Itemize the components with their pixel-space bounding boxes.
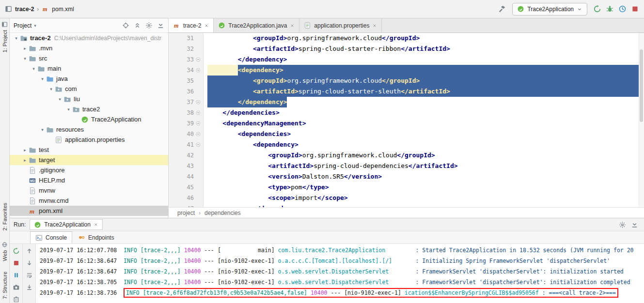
stop-icon[interactable]	[13, 259, 20, 267]
breadcrumb-item-trace-2[interactable]: trace-2	[15, 6, 34, 13]
code-line-42[interactable]: <groupId>org.springframework.cloud</grou…	[207, 150, 644, 161]
code-line-34[interactable]: <dependency>	[207, 65, 644, 76]
hammer-icon[interactable]	[498, 5, 506, 13]
tree-item-resources[interactable]: ▾resources	[10, 124, 168, 135]
editor-tab-trace2application-java[interactable]: Trace2Application.java	[214, 18, 299, 32]
fold-marker-icon[interactable]	[194, 65, 203, 76]
xml-breadcrumb-dependencies[interactable]: dependencies	[204, 210, 241, 216]
chevron-down-icon[interactable]: ▾	[56, 97, 63, 102]
tree-item-help-md[interactable]: MDHELP.md	[10, 175, 168, 185]
tree-item-external-libraries[interactable]: ▸External Libraries	[10, 216, 168, 218]
code-line-39[interactable]: <dependencyManagement>	[207, 118, 644, 129]
tree-item-main[interactable]: ▾main	[10, 63, 168, 74]
tree-item-trace-2[interactable]: ▾trace-2C:\Users\admin\IdeaProjects\mave…	[10, 33, 168, 43]
fold-marker-icon[interactable]	[195, 99, 201, 105]
tree-item-trace2[interactable]: ▾trace2	[10, 104, 168, 114]
tree-item-gitignore[interactable]: .gitignore	[10, 165, 168, 175]
settings-icon[interactable]	[145, 22, 153, 29]
console-output[interactable]: 2019-07-17 16:12:07.708 INFO [trace-2,,,…	[36, 244, 644, 303]
close-icon[interactable]	[94, 222, 98, 227]
fold-marker-icon[interactable]	[195, 131, 201, 137]
editor-tab-trace-2[interactable]: mtrace-2	[169, 18, 214, 32]
tree-item-src[interactable]: ▾src	[10, 53, 168, 63]
run-view-tab-endpoints[interactable]: Endpoints	[73, 231, 119, 243]
code-line-38[interactable]: </dependencies>	[207, 107, 644, 118]
fold-marker-icon[interactable]	[194, 118, 203, 129]
code-line-31[interactable]: <groupId>org.springframework.cloud</grou…	[207, 33, 644, 44]
editor-tab-application-properties[interactable]: application.properties	[299, 18, 382, 32]
chevron-right-icon[interactable]: ▸	[21, 46, 29, 51]
fold-marker-icon[interactable]	[194, 139, 203, 150]
code-line-47[interactable]: </dependency>	[207, 203, 644, 207]
settings-icon[interactable]	[619, 221, 626, 228]
tree-item-target[interactable]: ▸target	[10, 155, 168, 165]
tree-item-java[interactable]: ▾java	[10, 74, 168, 84]
code-line-35[interactable]: <groupId>org.springframework.cloud</grou…	[207, 76, 644, 86]
stop-icon[interactable]	[631, 5, 639, 13]
project-panel-title[interactable]: Project	[14, 22, 31, 29]
code-line-32[interactable]: <artifactId>spring-cloud-starter-ribbon<…	[207, 44, 644, 54]
code-line-43[interactable]: <artifactId>spring-cloud-dependencies</a…	[207, 161, 644, 171]
code-line-41[interactable]: <dependency>	[207, 139, 644, 150]
fold-marker-icon[interactable]	[195, 67, 201, 73]
close-icon[interactable]	[204, 23, 209, 28]
tool-window-button-1-project[interactable]: 1: Project	[1, 21, 8, 52]
clear-icon[interactable]	[13, 296, 20, 303]
debug-icon[interactable]	[606, 5, 614, 13]
chevron-down-icon[interactable]: ▾	[39, 76, 46, 81]
pause-icon[interactable]	[13, 272, 20, 279]
run-view-tab-console[interactable]: Console	[30, 231, 72, 243]
close-icon[interactable]	[290, 23, 295, 28]
rerun-icon[interactable]	[593, 5, 601, 13]
xml-breadcrumb-project[interactable]: project	[177, 210, 195, 216]
fold-marker-icon[interactable]	[194, 54, 203, 65]
tool-window-button-2-favorites[interactable]: 2: Favorites	[2, 203, 8, 230]
coverage-icon[interactable]	[618, 5, 627, 13]
chevron-right-icon[interactable]: ▸	[21, 148, 29, 152]
tool-window-button-web[interactable]: Web	[1, 242, 8, 261]
fold-marker-icon[interactable]	[195, 121, 201, 126]
scrollbar-thumb[interactable]	[640, 49, 643, 122]
tool-window-button-7-structure[interactable]: 7: Structure	[2, 272, 8, 299]
code-line-45[interactable]: <type>pom</type>	[207, 182, 644, 193]
chevron-down-icon[interactable]: ▾	[34, 23, 36, 28]
tree-item-mvn[interactable]: ▸.mvn	[10, 43, 168, 53]
fold-marker-icon[interactable]	[194, 129, 203, 139]
chevron-down-icon[interactable]: ▾	[65, 107, 72, 112]
editor-scrollbar[interactable]	[639, 33, 644, 207]
code-line-44[interactable]: <version>Dalston.SR5</version>	[207, 171, 644, 182]
tree-item-liu[interactable]: ▾liu	[10, 94, 168, 104]
tree-item-trace2application[interactable]: Trace2Application	[10, 114, 168, 124]
fold-marker-icon[interactable]	[195, 57, 201, 62]
fold-marker-icon[interactable]	[194, 97, 203, 107]
soft-wrap-icon[interactable]	[26, 272, 33, 279]
tree-item-com[interactable]: ▾com	[10, 84, 168, 94]
chevron-down-icon[interactable]: ▾	[30, 66, 37, 71]
hide-icon[interactable]	[157, 22, 164, 29]
thread-dump-icon[interactable]	[13, 284, 20, 291]
breadcrumb-item-pom-xml[interactable]: pom.xml	[52, 6, 74, 13]
code-line-37[interactable]: </dependency>	[207, 97, 644, 107]
chevron-down-icon[interactable]: ▾	[13, 36, 20, 41]
locate-icon[interactable]	[122, 22, 129, 29]
code-line-36[interactable]: <artifactId>spring-cloud-starter-sleuth<…	[207, 86, 644, 97]
close-icon[interactable]	[372, 23, 377, 28]
tree-item-mvnw-cmd[interactable]: mvnw.cmd	[10, 196, 168, 206]
code-line-33[interactable]: </dependency>	[207, 54, 644, 65]
chevron-right-icon[interactable]: ▸	[21, 158, 29, 163]
code-line-40[interactable]: <dependencies>	[207, 129, 644, 139]
scroll-end-icon[interactable]	[26, 284, 33, 291]
hide-icon[interactable]	[631, 221, 638, 228]
fold-marker-icon[interactable]	[195, 142, 201, 148]
tree-item-mvnw[interactable]: mvnw	[10, 185, 168, 196]
chevron-down-icon[interactable]: ▾	[39, 127, 46, 132]
collapse-all-icon[interactable]	[134, 22, 141, 29]
fold-marker-icon[interactable]	[194, 107, 203, 118]
run-tab[interactable]: Trace2Application	[30, 219, 103, 230]
chevron-down-icon[interactable]: ▾	[21, 56, 29, 61]
chevron-down-icon[interactable]: ▾	[47, 87, 55, 91]
tree-item-test[interactable]: ▸test	[10, 145, 168, 155]
code-line-46[interactable]: <scope>import</scope>	[207, 193, 644, 203]
rerun-icon[interactable]	[13, 247, 20, 255]
tree-item-pom-xml[interactable]: mpom.xml	[10, 206, 168, 216]
